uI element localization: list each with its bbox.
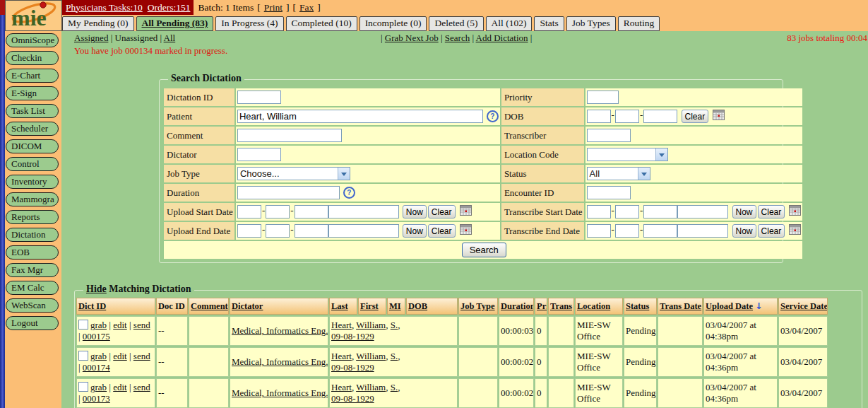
grab-link[interactable]: grab: [90, 351, 107, 361]
send-link[interactable]: send: [133, 351, 150, 361]
patient-dob-link[interactable]: 09-08-1929: [331, 393, 374, 404]
upload-start-year-input[interactable]: [295, 205, 328, 218]
comment-sort-link[interactable]: Comment: [191, 301, 228, 311]
upload-start-month-input[interactable]: [237, 205, 261, 218]
assigned-link[interactable]: Assigned: [74, 33, 108, 43]
sidebar-item-inventory[interactable]: Inventory: [6, 175, 59, 189]
service-date-sort-link[interactable]: Service Date: [780, 301, 828, 311]
sidebar-item-esign[interactable]: E-Sign: [6, 86, 59, 100]
patient-dob-link[interactable]: 09-08-1929: [331, 331, 374, 342]
sidebar-item-checkin[interactable]: Checkin: [6, 51, 59, 65]
sidebar-item-task-list[interactable]: Task List: [6, 104, 59, 118]
dob-clear-button[interactable]: Clear: [682, 110, 709, 123]
sidebar-item-echart[interactable]: E-Chart: [6, 69, 59, 83]
patient-last-link[interactable]: Heart: [331, 382, 352, 392]
tab-job-types[interactable]: Job Types: [566, 16, 616, 31]
upload-end-day-input[interactable]: [266, 224, 290, 238]
patient-mi-link[interactable]: S.: [391, 320, 398, 330]
tab-deleted[interactable]: Deleted (5): [429, 16, 483, 31]
tab-routing[interactable]: Routing: [618, 16, 660, 31]
edit-link[interactable]: edit: [113, 320, 127, 330]
search-link[interactable]: Search: [445, 33, 470, 43]
tab-all-pending[interactable]: All Pending (83): [136, 16, 214, 31]
last-sort-link[interactable]: Last: [331, 301, 348, 311]
row-checkbox[interactable]: [78, 351, 88, 361]
sidebar-item-logout[interactable]: Logout: [6, 316, 59, 330]
comment-input[interactable]: [237, 129, 342, 142]
patient-input[interactable]: [237, 110, 483, 123]
status-sort-link[interactable]: Status: [626, 301, 649, 311]
row-checkbox[interactable]: [78, 320, 88, 330]
print-link[interactable]: Print: [264, 2, 283, 13]
orders-link[interactable]: Orders:151: [148, 2, 191, 13]
calendar-icon[interactable]: [460, 205, 472, 216]
transcribe-end-day-input[interactable]: [615, 224, 639, 238]
grab-link[interactable]: grab: [90, 382, 107, 392]
patient-last-link[interactable]: Heart: [331, 320, 352, 330]
sidebar-item-eob[interactable]: EOB: [6, 245, 59, 260]
all-link[interactable]: All: [164, 33, 176, 43]
patient-help-icon[interactable]: ?: [487, 110, 499, 122]
mie-logo[interactable]: mie: [5, 0, 62, 31]
tab-stats[interactable]: Stats: [534, 16, 564, 31]
tab-in-progress[interactable]: In Progress (4): [215, 16, 283, 31]
dob-day-input[interactable]: [615, 110, 639, 123]
sidebar-item-omniscope[interactable]: OmniScope: [6, 33, 59, 47]
sidebar-item-dictation[interactable]: Dictation: [6, 228, 59, 242]
sidebar-item-dicom[interactable]: DICOM: [6, 139, 59, 153]
upload-date-sort-link[interactable]: Upload Date: [706, 301, 753, 311]
add-dictation-link[interactable]: Add Dictation: [476, 33, 528, 43]
hide-link[interactable]: Hide: [86, 284, 107, 294]
pri-sort-link[interactable]: Pri: [537, 301, 547, 311]
unassigned-current[interactable]: Unassigned: [115, 33, 158, 43]
tab-my-pending[interactable]: My Pending (0): [62, 16, 134, 31]
mi-sort-link[interactable]: MI: [389, 301, 401, 311]
dob-month-input[interactable]: [587, 110, 611, 123]
priority-input[interactable]: [587, 91, 619, 104]
status-select[interactable]: All: [587, 167, 650, 180]
transcribe-end-time-input[interactable]: [677, 224, 728, 238]
transcribe-end-month-input[interactable]: [587, 224, 611, 238]
duration-help-icon[interactable]: ?: [343, 187, 355, 199]
job-type-select[interactable]: Choose...: [237, 167, 350, 180]
dict-id-link[interactable]: 000175: [83, 331, 110, 342]
dob-year-input[interactable]: [643, 110, 677, 123]
dictator-input[interactable]: [237, 148, 281, 161]
upload-start-time-input[interactable]: [328, 205, 399, 218]
patient-last-link[interactable]: Heart: [331, 351, 352, 361]
tab-all[interactable]: All (102): [486, 16, 533, 31]
physicians-tasks-link[interactable]: Physicians Tasks:10: [66, 2, 143, 13]
patient-mi-link[interactable]: S.: [391, 382, 398, 392]
trans-sort-link[interactable]: Trans: [550, 301, 572, 311]
sidebar-item-reports[interactable]: Reports: [6, 210, 59, 224]
sidebar-item-scheduler[interactable]: Scheduler: [6, 122, 59, 136]
edit-link[interactable]: edit: [113, 382, 127, 392]
calendar-icon[interactable]: [713, 110, 725, 120]
calendar-icon[interactable]: [789, 224, 801, 235]
dict-id-link[interactable]: 000173: [83, 393, 110, 404]
dictator-link[interactable]: Medical, Informatics Eng.: [232, 387, 328, 398]
transcribe-start-day-input[interactable]: [615, 205, 639, 218]
search-button[interactable]: Search: [462, 243, 506, 257]
transcribe-start-clear-button[interactable]: Clear: [758, 205, 785, 218]
dob-sort-link[interactable]: DOB: [408, 301, 427, 311]
upload-end-time-input[interactable]: [328, 224, 399, 238]
transcriber-input[interactable]: [587, 129, 631, 142]
patient-first-link[interactable]: William: [356, 351, 386, 361]
dictation-id-input[interactable]: [237, 91, 281, 104]
dict-id-link[interactable]: 000174: [83, 362, 110, 373]
patient-first-link[interactable]: William: [356, 320, 386, 330]
calendar-icon[interactable]: [789, 205, 801, 216]
first-sort-link[interactable]: First: [360, 301, 379, 311]
transcribe-start-month-input[interactable]: [587, 205, 611, 218]
upload-end-clear-button[interactable]: Clear: [428, 224, 456, 238]
transcribe-start-year-input[interactable]: [643, 205, 677, 218]
sidebar-item-webscan[interactable]: WebScan: [6, 298, 59, 313]
tab-incomplete[interactable]: Incomplete (0): [359, 16, 427, 31]
sidebar-item-fax-mgr[interactable]: Fax Mgr: [6, 263, 59, 277]
upload-end-year-input[interactable]: [295, 224, 328, 238]
sidebar-item-em-calc[interactable]: EM Calc: [6, 281, 59, 295]
patient-first-link[interactable]: William: [356, 382, 386, 392]
sort-desc-icon[interactable]: ↓: [755, 301, 762, 311]
calendar-icon[interactable]: [460, 224, 472, 235]
